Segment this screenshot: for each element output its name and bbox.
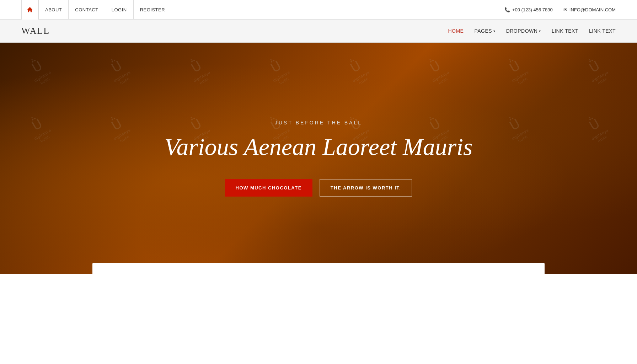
nav-home[interactable]: HOME bbox=[448, 28, 464, 34]
hero-section: Ǜ digitanya RUSE Ǜ digitanya RUSE Ǜ digi… bbox=[0, 43, 637, 274]
top-nav-about[interactable]: ABOUT bbox=[38, 0, 68, 20]
btn-arrow[interactable]: THE ARROW IS WORTH IT. bbox=[320, 179, 412, 197]
home-icon bbox=[27, 6, 33, 13]
email-icon: ✉ bbox=[563, 7, 567, 12]
phone-info: 📞 +00 (123) 456 7890 bbox=[504, 7, 553, 12]
svg-marker-0 bbox=[27, 7, 32, 12]
hero-buttons: HOW MUCH CHOCOLATE THE ARROW IS WORTH IT… bbox=[165, 179, 473, 197]
main-nav: WALL HOME PAGES ▾ DROPDOWN ▾ LINK TEXT L… bbox=[0, 20, 637, 43]
bottom-card bbox=[92, 263, 545, 291]
nav-dropdown-label: DROPDOWN bbox=[506, 28, 538, 34]
nav-link-text-1[interactable]: LINK TEXT bbox=[552, 28, 578, 34]
hero-title: Various Aenean Laoreet Mauris bbox=[165, 133, 473, 162]
home-button[interactable] bbox=[21, 0, 38, 20]
nav-pages[interactable]: PAGES ▾ bbox=[474, 28, 495, 34]
nav-pages-label: PAGES bbox=[474, 28, 492, 34]
site-logo[interactable]: WALL bbox=[21, 26, 50, 36]
top-nav-contact[interactable]: CONTACT bbox=[68, 0, 105, 20]
top-bar: ABOUT CONTACT LOGIN REGISTER 📞 +00 (123)… bbox=[0, 0, 637, 20]
top-bar-nav: ABOUT CONTACT LOGIN REGISTER bbox=[21, 0, 171, 20]
btn-chocolate[interactable]: HOW MUCH CHOCOLATE bbox=[225, 179, 312, 197]
email-info: ✉ INFO@DOMAIN.COM bbox=[563, 7, 616, 12]
nav-link-text-2[interactable]: LINK TEXT bbox=[589, 28, 616, 34]
hero-content: JUST BEFORE THE BALL Various Aenean Laor… bbox=[165, 120, 473, 197]
nav-dropdown[interactable]: DROPDOWN ▾ bbox=[506, 28, 541, 34]
top-bar-contact-info: 📞 +00 (123) 456 7890 ✉ INFO@DOMAIN.COM bbox=[504, 7, 616, 12]
pages-dropdown-arrow: ▾ bbox=[493, 29, 496, 33]
email-address: INFO@DOMAIN.COM bbox=[569, 7, 616, 12]
top-nav-login[interactable]: LOGIN bbox=[105, 0, 133, 20]
phone-icon: 📞 bbox=[504, 7, 510, 12]
hero-subtitle: JUST BEFORE THE BALL bbox=[165, 120, 473, 125]
dropdown-dropdown-arrow: ▾ bbox=[539, 29, 541, 33]
main-nav-links: HOME PAGES ▾ DROPDOWN ▾ LINK TEXT LINK T… bbox=[448, 28, 616, 34]
top-nav-register[interactable]: REGISTER bbox=[133, 0, 171, 20]
phone-number: +00 (123) 456 7890 bbox=[512, 7, 553, 12]
